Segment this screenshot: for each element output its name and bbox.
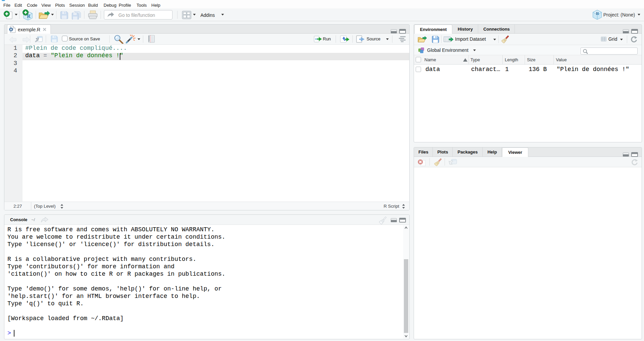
svg-text:R: R bbox=[596, 11, 599, 16]
svg-text:R: R bbox=[10, 28, 12, 31]
